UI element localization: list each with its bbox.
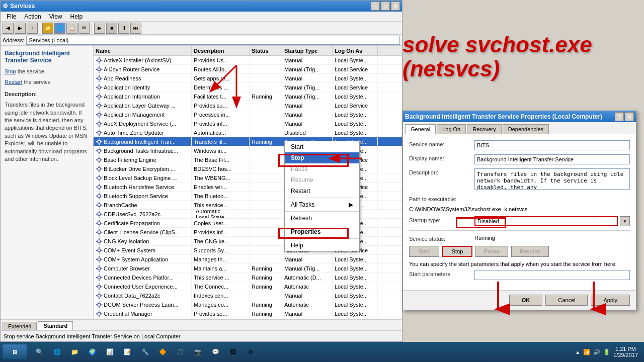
dialog-close-button[interactable]: ✕ [625, 112, 634, 121]
service-row[interactable]: Application Layer Gateway ... Provides s… [94, 101, 402, 110]
tray-network[interactable]: 📶 [583, 349, 590, 355]
close-button[interactable]: ✕ [391, 2, 400, 11]
taskbar-app8[interactable]: 🖼 [225, 344, 241, 360]
service-name-input[interactable] [474, 140, 630, 150]
col-header-name[interactable]: Name [94, 46, 192, 55]
minimize-button[interactable]: ─ [371, 2, 380, 11]
ctx-restart[interactable]: Restart [285, 186, 359, 197]
dialog-tab-general[interactable]: General [405, 124, 436, 134]
tool2[interactable]: 🌐 [54, 23, 65, 34]
taskbar-app6[interactable]: 📷 [190, 344, 206, 360]
ctx-start[interactable]: Start [285, 141, 359, 152]
service-row[interactable]: Connected User Experience... The Connec.… [94, 282, 402, 291]
display-name-input[interactable] [474, 154, 630, 164]
tab-extended[interactable]: Extended [3, 322, 37, 330]
tray-volume[interactable]: 🔊 [593, 349, 600, 355]
ok-button[interactable]: OK [509, 295, 543, 306]
svg-rect-39 [102, 123, 103, 124]
svg-rect-38 [96, 123, 97, 124]
dialog-tab-dependencies[interactable]: Dependencies [503, 124, 549, 134]
dialog-tab-recovery[interactable]: Recovery [467, 124, 501, 134]
start-button[interactable]: ⊞ [2, 344, 27, 360]
taskbar-app5[interactable]: 🎵 [172, 344, 188, 360]
back-button[interactable]: ◀ [3, 23, 14, 34]
resume-button[interactable]: ⏭ [130, 23, 141, 34]
up-button[interactable]: ↑ [27, 23, 38, 34]
restart-link[interactable]: Restart [5, 79, 22, 85]
taskbar-ie[interactable]: 🌐 [49, 344, 65, 360]
svg-rect-57 [99, 162, 100, 163]
service-name-cell: Background Intelligent Tran... [94, 137, 192, 146]
col-header-startup[interactable]: Startup Type [282, 46, 333, 55]
taskbar-file-explorer[interactable]: 📁 [66, 344, 83, 360]
ctx-properties[interactable]: Properties [285, 226, 359, 237]
ctx-alltasks[interactable]: All Tasks ▶ [285, 199, 359, 210]
startup-type-dropdown[interactable]: ▼ [620, 216, 630, 226]
taskbar-app4[interactable]: 🔶 [154, 344, 171, 360]
service-desc-cell: Transfers fil... [192, 137, 250, 146]
dialog-tab-logon[interactable]: Log On [437, 124, 466, 134]
service-row[interactable]: Contact Data_7622a2c Indexes cen... Manu… [94, 291, 402, 300]
col-header-logon[interactable]: Log On As [333, 46, 378, 55]
service-row[interactable]: ActiveX Installer (AxInstSV) Provides Us… [94, 56, 402, 65]
tool4[interactable]: ✉ [78, 23, 90, 34]
service-row[interactable]: Connected Devices Platfor... This servic… [94, 273, 402, 282]
restart-label: the service [24, 79, 51, 85]
stop-button[interactable]: ■ [106, 23, 117, 34]
menu-file[interactable]: File [3, 12, 20, 21]
taskbar-app1[interactable]: 📊 [102, 344, 118, 360]
forward-button[interactable]: ▶ [15, 23, 26, 34]
maximize-button[interactable]: □ [381, 2, 390, 11]
taskbar-edge[interactable]: 🌍 [84, 344, 100, 360]
menu-action[interactable]: Action [20, 12, 45, 21]
service-row[interactable]: COM+ System Application Manages th... Ma… [94, 255, 402, 264]
service-row[interactable]: AllJoyn Router Service Routes AllJo... M… [94, 65, 402, 74]
taskbar-search[interactable]: 🔍 [31, 344, 47, 360]
pause-button[interactable]: ⏸ [118, 23, 129, 34]
service-status-cell [250, 246, 282, 254]
service-row[interactable]: Application Identity Determines ... Manu… [94, 83, 402, 92]
stop-link[interactable]: Stop [5, 68, 16, 74]
menu-view[interactable]: View [45, 12, 66, 21]
col-header-desc[interactable]: Description [192, 46, 250, 55]
svg-rect-136 [99, 301, 100, 302]
dialog-help-button[interactable]: ? [615, 112, 624, 121]
play-button[interactable]: ▶ [94, 23, 105, 34]
service-row[interactable]: Application Management Processes in... M… [94, 110, 402, 119]
taskbar-app9[interactable]: ⚙ [243, 344, 259, 360]
service-row[interactable]: Computer Browser Maintains a... Running … [94, 264, 402, 273]
cancel-button[interactable]: Cancel [545, 295, 588, 306]
service-startup-cell: Manual [282, 119, 333, 128]
ctx-stop[interactable]: Stop [285, 152, 359, 163]
tab-standard[interactable]: Standard [38, 321, 73, 330]
start-params-input[interactable] [474, 270, 630, 280]
apply-button[interactable]: Apply [591, 295, 630, 306]
ctx-help[interactable]: Help [285, 240, 359, 251]
service-row[interactable]: Application Information Facilitates t...… [94, 92, 402, 101]
service-row[interactable]: Credential Manager Provides se... Runnin… [94, 309, 402, 318]
service-status-cell [250, 201, 282, 209]
tray-battery[interactable]: 🔋 [603, 349, 610, 355]
service-row[interactable]: AppX Deployment Service (... Provides in… [94, 119, 402, 128]
stop-service-button[interactable]: Stop [442, 246, 472, 257]
taskbar-app7[interactable]: 💬 [207, 344, 223, 360]
ctx-refresh[interactable]: Refresh [285, 213, 359, 224]
col-header-status[interactable]: Status [250, 46, 282, 55]
startup-type-input[interactable] [474, 216, 618, 226]
path-label: Path to executable: [409, 196, 474, 202]
taskbar-time[interactable]: 1:21 PM 1/29/2017 [613, 346, 638, 358]
taskbar-app3[interactable]: 🔧 [137, 344, 153, 360]
description-textarea[interactable]: Transfers files in the background using … [474, 168, 630, 190]
service-row[interactable]: DCOM Server Process Laun... Manages co..… [94, 300, 402, 309]
menu-help[interactable]: Help [66, 12, 87, 21]
folder-icon[interactable]: 📁 [42, 23, 53, 34]
tool3[interactable]: 📋 [66, 23, 77, 34]
resume-service-button[interactable]: Resume [511, 246, 549, 257]
address-input[interactable] [26, 36, 400, 45]
service-logon-cell: Local Syste... [333, 110, 378, 119]
service-row[interactable]: Auto Time Zone Updater Automatica... Dis… [94, 128, 402, 137]
start-service-button[interactable]: Start [409, 246, 439, 257]
service-row[interactable]: App Readiness Gets apps re... Manual Loc… [94, 74, 402, 83]
pause-service-button[interactable]: Pause [475, 246, 508, 257]
taskbar-app2[interactable]: 📝 [119, 344, 135, 360]
